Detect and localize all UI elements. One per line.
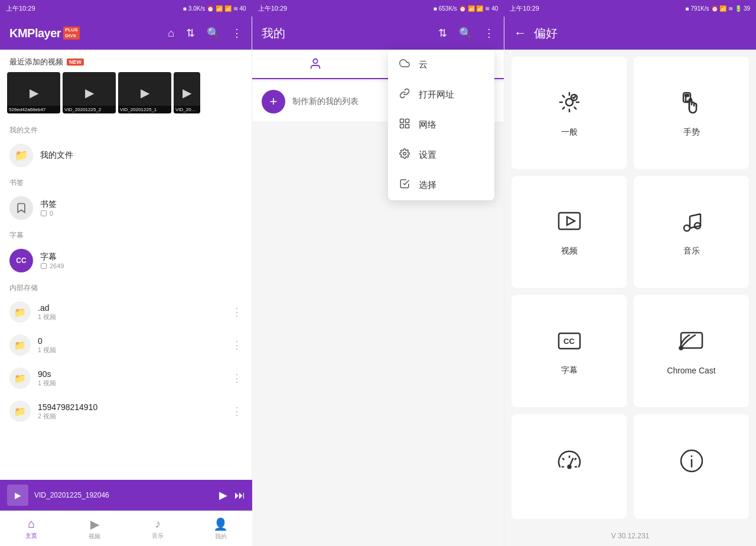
battery-pct-3: 39	[744, 5, 750, 12]
storage-more-3[interactable]: ⋮	[232, 405, 242, 418]
settings-card-music[interactable]: 音乐	[634, 176, 749, 288]
cloud-icon	[399, 58, 410, 72]
search-icon[interactable]: 🔍	[207, 27, 220, 40]
storage-item-2[interactable]: 📁 90s 1 视频 ⋮	[0, 362, 252, 395]
storage-icon-1: 📁	[9, 334, 31, 356]
settings-card-general[interactable]: 一般	[511, 57, 627, 169]
time-2: 上午10:29	[258, 4, 288, 13]
sort-icon[interactable]: ⇅	[186, 27, 195, 40]
subtitle-info: 字幕 2649	[40, 252, 242, 269]
info-icon	[677, 447, 706, 479]
svg-point-25	[568, 466, 571, 469]
subtitle-sub: 2649	[40, 262, 242, 269]
back-button[interactable]: ←	[514, 25, 527, 41]
right-header: ← 偏好	[504, 17, 756, 50]
storage-item-3[interactable]: 📁 1594798214910 2 视频 ⋮	[0, 395, 252, 428]
dropdown-network[interactable]: 网络	[388, 110, 494, 140]
play-icon-0: ▶	[30, 86, 38, 100]
dropdown-url[interactable]: 打开网址	[388, 80, 494, 110]
settings-card-gesture[interactable]: 手势	[634, 57, 749, 169]
my-files-section-header: 我的文件	[0, 121, 252, 138]
signal-icon-1: ⏰ 📶 📶 ≋	[207, 5, 237, 12]
subtitle-icon: CC	[9, 249, 33, 272]
play-icon-3: ▶	[183, 86, 191, 100]
nav-home[interactable]: ⌂ 主页	[0, 517, 63, 540]
main-panels: KMPlayer PLUS DIVX ⌂ ⇅ 🔍 ⋮ 最近添加的视频 NEW ▶	[0, 17, 756, 546]
svg-point-14	[684, 225, 690, 231]
settings-card-video[interactable]: 视频	[511, 176, 627, 288]
gesture-icon	[677, 88, 706, 120]
mid-more-icon[interactable]: ⋮	[484, 27, 494, 40]
bookmark-icon	[9, 196, 33, 220]
tab-profile[interactable]	[252, 50, 378, 78]
nav-music[interactable]: ♪ 音乐	[126, 517, 190, 540]
nav-video-label: 视频	[89, 532, 100, 541]
nav-video[interactable]: ▶ 视频	[63, 517, 126, 541]
svg-rect-1	[41, 264, 47, 269]
storage-more-2[interactable]: ⋮	[232, 372, 242, 385]
storage-item-1[interactable]: 📁 0 1 视频 ⋮	[0, 329, 252, 362]
bookmark-sub: 0	[40, 210, 242, 217]
logo-badge: PLUS DIVX	[63, 27, 79, 39]
nav-my[interactable]: 👤 我的	[189, 517, 252, 541]
dropdown-menu: 云 打开网址	[388, 50, 494, 200]
playing-controls: ▶ ⏭	[219, 489, 245, 502]
settings-card-info[interactable]	[634, 414, 749, 519]
dropdown-select[interactable]: 选择	[388, 170, 494, 200]
home-icon[interactable]: ⌂	[168, 27, 174, 40]
video-thumb-1[interactable]: ▶ VID_20201225_2	[63, 72, 116, 113]
status-segment-1: 上午10:29 ■ 3.0K/s ⏰ 📶 📶 ≋ 40	[0, 4, 252, 13]
panel-right: ← 偏好 一般	[504, 17, 756, 546]
more-icon[interactable]: ⋮	[232, 27, 242, 40]
dropdown-settings[interactable]: 设置	[388, 140, 494, 170]
video-thumb-3[interactable]: ▶ VID_2020122...	[174, 72, 200, 113]
gear-icon	[555, 88, 584, 120]
storage-icon-0: 📁	[9, 301, 31, 323]
link-icon	[399, 88, 410, 102]
new-badge: NEW	[67, 58, 84, 66]
mid-search-icon[interactable]: 🔍	[459, 27, 472, 40]
panel-mid: 我的 ⇅ 🔍 ⋮ 云	[252, 17, 504, 546]
bookmark-item[interactable]: 书签 0	[0, 190, 252, 226]
battery-pct-2: 40	[491, 5, 498, 12]
dropdown-select-label: 选择	[419, 180, 436, 191]
speed-3: 791K/s	[690, 5, 709, 12]
video-thumb-0[interactable]: ▶ 526ed42a68eb47	[7, 72, 60, 113]
settings-card-speed[interactable]	[511, 414, 627, 519]
next-button[interactable]: ⏭	[234, 489, 245, 502]
storage-info-1: 0 1 视频	[38, 336, 224, 355]
my-files-item[interactable]: 📁 我的文件	[0, 138, 252, 173]
settings-card-chromecast[interactable]: Chrome Cast	[634, 295, 749, 407]
mid-title: 我的	[262, 25, 438, 41]
settings-grid: 一般 手势	[504, 50, 756, 526]
storage-item-0[interactable]: 📁 .ad 1 视频 ⋮	[0, 295, 252, 329]
playing-thumb: ▶	[7, 485, 28, 506]
battery-icon-3: ■	[685, 5, 689, 12]
my-files-icon: 📁	[9, 144, 33, 167]
app-header: KMPlayer PLUS DIVX ⌂ ⇅ 🔍 ⋮	[0, 17, 252, 50]
storage-more-1[interactable]: ⋮	[232, 339, 242, 352]
video-thumb-2[interactable]: ▶ VID_20201225_1	[118, 72, 171, 113]
storage-more-0[interactable]: ⋮	[232, 306, 242, 318]
battery-icon-2: ■	[434, 5, 437, 12]
dropdown-cloud[interactable]: 云	[388, 50, 494, 80]
svg-line-28	[563, 459, 564, 460]
mid-header-icons: ⇅ 🔍 ⋮	[438, 27, 494, 40]
storage-icon-3: 📁	[9, 401, 31, 422]
thumb-label-1: VID_20201225_2	[63, 106, 116, 113]
storage-icon-2: 📁	[9, 368, 31, 389]
play-button[interactable]: ▶	[219, 489, 227, 502]
bottom-nav: ⌂ 主页 ▶ 视频 ♪ 音乐 👤 我的	[0, 511, 252, 546]
svg-rect-12	[559, 213, 580, 229]
status-segment-3: 上午10:29 ■ 791K/s ⏰ 📶 ≋ 🔋 39	[504, 4, 756, 13]
mid-sort-icon[interactable]: ⇅	[438, 27, 447, 40]
settings-card-subtitle[interactable]: CC 字幕	[511, 295, 627, 407]
storage-name-2: 90s	[38, 369, 224, 379]
status-segment-2: 上午10:29 ■ 653K/s ⏰ 📶 📶 ≋ 40	[252, 4, 504, 13]
create-list-label: 制作新的我的列表	[292, 96, 359, 107]
playing-title: VID_20201225_192046	[34, 491, 213, 499]
subtitle-item[interactable]: CC 字幕 2649	[0, 243, 252, 278]
video-row: ▶ 526ed42a68eb47 ▶ VID_20201225_2 ▶ VID_…	[0, 72, 252, 121]
storage-info-3: 1594798214910 2 视频	[38, 402, 224, 421]
bookmark-section-header: 书签	[0, 173, 252, 190]
